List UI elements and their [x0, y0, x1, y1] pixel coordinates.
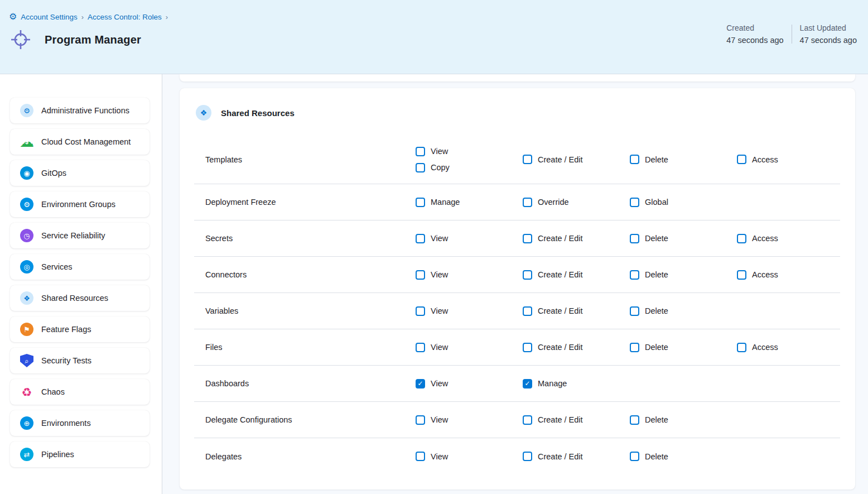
checkbox-deployment-freeze-manage[interactable] [416, 198, 425, 207]
checkbox-delegates-view[interactable] [416, 452, 425, 461]
services-icon: ◎ [20, 260, 33, 274]
checkbox-variables-view[interactable] [416, 306, 425, 316]
permission-option-connectors-create-edit[interactable]: Create / Edit [523, 270, 630, 280]
gitops-icon: ◉ [20, 166, 33, 180]
permission-option-files-delete[interactable]: Delete [630, 343, 737, 352]
checkbox-files-access[interactable] [737, 343, 746, 352]
permission-option-variables-create-edit[interactable]: Create / Edit [523, 306, 630, 316]
checkbox-connectors-access[interactable] [737, 270, 746, 280]
permission-row-templates: Templates View Copy Create / Edit Delete… [194, 135, 840, 184]
checkbox-files-delete[interactable] [630, 343, 639, 352]
checkbox-deployment-freeze-global[interactable] [630, 198, 639, 207]
checkbox-delegate-configurations-create-edit[interactable] [523, 415, 532, 425]
permission-option-secrets-create-edit[interactable]: Create / Edit [523, 234, 630, 243]
permission-option-templates-view[interactable]: View [416, 147, 523, 156]
checkbox-files-create-edit[interactable] [523, 343, 532, 352]
permission-option-delegates-delete[interactable]: Delete [630, 452, 737, 461]
permission-row-secrets: Secrets View Create / Edit Delete Access [194, 220, 840, 257]
checkbox-secrets-create-edit[interactable] [523, 234, 532, 243]
permission-option-files-view[interactable]: View [416, 343, 523, 352]
permission-option-files-create-edit[interactable]: Create / Edit [523, 343, 630, 352]
permission-column: Delete [630, 343, 737, 352]
permission-option-delegate-configurations-delete[interactable]: Delete [630, 415, 737, 425]
permission-option-templates-copy[interactable]: Copy [416, 163, 523, 172]
sidebar-item-feature-flags[interactable]: ⚑ Feature Flags [10, 316, 150, 342]
permission-option-files-access[interactable]: Access [737, 343, 844, 352]
sidebar-item-shared-resources[interactable]: ❖ Shared Resources [10, 285, 150, 311]
sidebar-item-administrative-functions[interactable]: ⚙ Administrative Functions [10, 98, 150, 123]
sidebar-item-label: Administrative Functions [41, 106, 129, 115]
checkbox-templates-create-edit[interactable] [523, 155, 532, 164]
sidebar-item-services[interactable]: ◎ Services [10, 254, 150, 280]
checkbox-connectors-delete[interactable] [630, 270, 639, 280]
breadcrumb-account-settings[interactable]: Account Settings [21, 13, 77, 21]
checkbox-dashboards-view[interactable]: ✓ [416, 379, 425, 389]
permission-option-delegates-create-edit[interactable]: Create / Edit [523, 452, 630, 461]
checkbox-files-view[interactable] [416, 343, 425, 352]
pipelines-icon: ⇄ [20, 448, 33, 461]
sidebar-item-chaos[interactable]: ♻ Chaos [10, 379, 150, 405]
permission-column: Create / Edit [523, 415, 630, 425]
sidebar-item-cloud-cost-management[interactable]: ☁$ Cloud Cost Management [10, 129, 150, 155]
permission-column: Override [523, 198, 630, 207]
checkbox-templates-access[interactable] [737, 155, 746, 164]
sidebar-item-pipelines[interactable]: ⇄ Pipelines [10, 442, 150, 467]
permission-option-templates-delete[interactable]: Delete [630, 155, 737, 164]
checkbox-connectors-view[interactable] [416, 270, 425, 280]
sidebar-item-security-tests[interactable]: ⌕ Security Tests [10, 348, 150, 373]
permission-option-delegate-configurations-create-edit[interactable]: Create / Edit [523, 415, 630, 425]
sidebar-item-environments[interactable]: ⊕ Environments [10, 410, 150, 436]
permission-option-label: Create / Edit [538, 270, 583, 279]
checkbox-templates-delete[interactable] [630, 155, 639, 164]
permission-option-delegates-view[interactable]: View [416, 452, 523, 461]
checkbox-secrets-access[interactable] [737, 234, 746, 243]
checkbox-variables-create-edit[interactable] [523, 306, 532, 316]
permission-column: View [416, 306, 523, 316]
created-label: Created [726, 23, 783, 32]
checkbox-templates-copy[interactable] [416, 163, 425, 172]
permission-option-variables-delete[interactable]: Delete [630, 306, 737, 316]
permission-option-label: Delete [645, 234, 668, 243]
breadcrumb-access-control-roles[interactable]: Access Control: Roles [88, 13, 162, 21]
sidebar-item-environment-groups[interactable]: ⚙ Environment Groups [10, 191, 150, 217]
permission-option-label: Manage [431, 198, 460, 207]
permission-column: Access [737, 270, 844, 280]
checkbox-templates-view[interactable] [416, 147, 425, 156]
permission-option-connectors-access[interactable]: Access [737, 270, 844, 280]
permission-option-dashboards-manage[interactable]: ✓ Manage [523, 379, 630, 389]
checkbox-deployment-freeze-override[interactable] [523, 198, 532, 207]
permission-option-secrets-delete[interactable]: Delete [630, 234, 737, 243]
sidebar-item-service-reliability[interactable]: ◷ Service Reliability [10, 223, 150, 248]
permission-option-deployment-freeze-manage[interactable]: Manage [416, 198, 523, 207]
sidebar-item-gitops[interactable]: ◉ GitOps [10, 160, 150, 186]
checkbox-dashboards-manage[interactable]: ✓ [523, 379, 532, 389]
created-meta: Created 47 seconds ago [718, 23, 791, 45]
checkbox-delegate-configurations-delete[interactable] [630, 415, 639, 425]
permission-column: ✓ Manage [523, 379, 630, 389]
permission-option-connectors-view[interactable]: View [416, 270, 523, 280]
checkbox-variables-delete[interactable] [630, 306, 639, 316]
environments-icon: ⊕ [20, 416, 33, 430]
permission-option-secrets-view[interactable]: View [416, 234, 523, 243]
checkbox-secrets-view[interactable] [416, 234, 425, 243]
permission-option-templates-access[interactable]: Access [737, 155, 844, 164]
permission-option-deployment-freeze-global[interactable]: Global [630, 198, 737, 207]
sidebar-item-label: Environments [41, 419, 91, 428]
checkbox-delegates-delete[interactable] [630, 452, 639, 461]
permission-option-label: Create / Edit [538, 234, 583, 243]
checkbox-delegates-create-edit[interactable] [523, 452, 532, 461]
permission-option-variables-view[interactable]: View [416, 306, 523, 316]
permission-option-delegate-configurations-view[interactable]: View [416, 415, 523, 425]
permission-option-label: Delete [645, 306, 668, 315]
permission-option-deployment-freeze-override[interactable]: Override [523, 198, 630, 207]
checkbox-secrets-delete[interactable] [630, 234, 639, 243]
permission-option-label: Override [538, 198, 569, 207]
permission-option-connectors-delete[interactable]: Delete [630, 270, 737, 280]
checkbox-delegate-configurations-view[interactable] [416, 415, 425, 425]
checkbox-connectors-create-edit[interactable] [523, 270, 532, 280]
permission-option-secrets-access[interactable]: Access [737, 234, 844, 243]
permission-option-dashboards-view[interactable]: ✓ View [416, 379, 523, 389]
sidebar-item-label: Environment Groups [41, 200, 115, 209]
permission-option-templates-create-edit[interactable]: Create / Edit [523, 155, 630, 164]
permission-column: Global [630, 198, 737, 207]
